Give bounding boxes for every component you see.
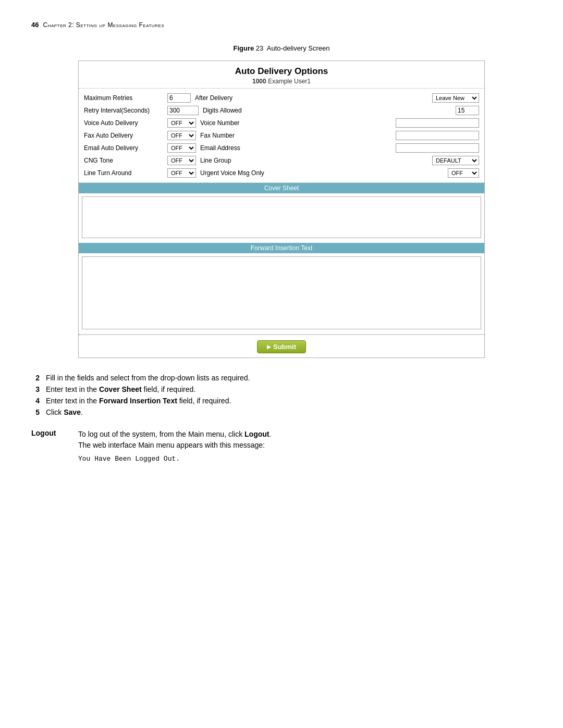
fax-number-label: Fax Number xyxy=(200,132,235,139)
chapter-title: Chapter 2: Setting up Messaging Features xyxy=(43,21,164,29)
cng-tone-select[interactable]: OFF ON xyxy=(167,156,196,165)
logout-section: Logout To log out of the system, from th… xyxy=(31,429,532,464)
row-maximum-retries: Maximum Retries After Delivery Leave New… xyxy=(84,92,479,104)
user-extension: 1000 xyxy=(252,78,266,85)
urgent-voice-msg-only-select[interactable]: OFF ON xyxy=(448,168,479,178)
screen-box: Auto Delivery Options 1000 Example User1… xyxy=(78,60,485,358)
logout-label: Logout xyxy=(31,429,68,464)
forward-insertion-text-textarea[interactable] xyxy=(82,256,481,329)
screen-title: Auto Delivery Options xyxy=(79,61,484,78)
instruction-step-3: 3 Enter text in the Cover Sheet field, i… xyxy=(31,385,532,393)
cng-tone-label: CNG Tone xyxy=(84,157,167,164)
retry-interval-label: Retry Interval(Seconds) xyxy=(84,107,167,114)
maximum-retries-label: Maximum Retries xyxy=(84,94,167,102)
page-header: 46 Chapter 2: Setting up Messaging Featu… xyxy=(31,21,532,29)
figure-caption: Figure 23 Auto-delivery Screen xyxy=(31,44,532,52)
logout-code: You Have Been Logged Out. xyxy=(78,454,271,464)
retry-interval-input[interactable] xyxy=(167,106,199,115)
cover-sheet-container xyxy=(79,193,484,243)
row-voice-auto-delivery: Voice Auto Delivery OFF ON Voice Number xyxy=(84,117,479,129)
submit-button[interactable]: Submit xyxy=(257,340,306,353)
instruction-step-2: 2 Fill in the fields and select from the… xyxy=(31,374,532,382)
row-cng-tone: CNG Tone OFF ON Line Group DEFAULT GROUP… xyxy=(84,154,479,167)
row-fax-auto-delivery: Fax Auto Delivery OFF ON Fax Number xyxy=(84,129,479,142)
line-group-label: Line Group xyxy=(200,157,231,164)
fields-area: Maximum Retries After Delivery Leave New… xyxy=(79,89,484,183)
logout-text: To log out of the system, from the Main … xyxy=(78,429,271,464)
screen-subtitle: 1000 Example User1 xyxy=(79,78,484,89)
digits-allowed-input[interactable] xyxy=(456,106,479,115)
forward-insertion-text-container xyxy=(79,253,484,334)
email-auto-delivery-label: Email Auto Delivery xyxy=(84,144,167,152)
submit-row: Submit xyxy=(79,335,484,357)
fax-number-input[interactable] xyxy=(396,131,479,140)
email-address-label: Email Address xyxy=(200,144,240,152)
page-number: 46 xyxy=(31,21,39,29)
voice-number-input[interactable] xyxy=(396,118,479,128)
cover-sheet-header: Cover Sheet xyxy=(79,183,484,193)
line-turn-around-select[interactable]: OFF ON xyxy=(167,168,196,178)
voice-number-label: Voice Number xyxy=(200,119,239,127)
instruction-step-5: 5 Click Save. xyxy=(31,408,532,416)
voice-auto-delivery-label: Voice Auto Delivery xyxy=(84,119,167,127)
fax-auto-delivery-label: Fax Auto Delivery xyxy=(84,132,167,139)
email-address-input[interactable] xyxy=(396,143,479,153)
voice-auto-delivery-select[interactable]: OFF ON xyxy=(167,118,196,128)
row-line-turn-around: Line Turn Around OFF ON Urgent Voice Msg… xyxy=(84,167,479,179)
maximum-retries-input[interactable] xyxy=(167,93,191,103)
forward-insertion-text-header: Forward Insertion Text xyxy=(79,243,484,253)
fax-auto-delivery-select[interactable]: OFF ON xyxy=(167,131,196,140)
after-delivery-select[interactable]: Leave New Delete Save Old xyxy=(432,93,479,103)
urgent-voice-msg-only-label: Urgent Voice Msg Only xyxy=(200,169,264,177)
line-group-select[interactable]: DEFAULT GROUP1 xyxy=(432,156,479,165)
row-email-auto-delivery: Email Auto Delivery OFF ON Email Address xyxy=(84,142,479,154)
after-delivery-label: After Delivery xyxy=(195,94,232,102)
instruction-step-4: 4 Enter text in the Forward Insertion Te… xyxy=(31,397,532,405)
email-auto-delivery-select[interactable]: OFF ON xyxy=(167,143,196,153)
digits-allowed-label: Digits Allowed xyxy=(203,107,242,114)
line-turn-around-label: Line Turn Around xyxy=(84,169,167,177)
cover-sheet-textarea[interactable] xyxy=(82,196,481,238)
instructions-list: 2 Fill in the fields and select from the… xyxy=(31,374,532,416)
user-name: Example User1 xyxy=(268,78,311,85)
row-retry-interval: Retry Interval(Seconds) Digits Allowed xyxy=(84,104,479,117)
